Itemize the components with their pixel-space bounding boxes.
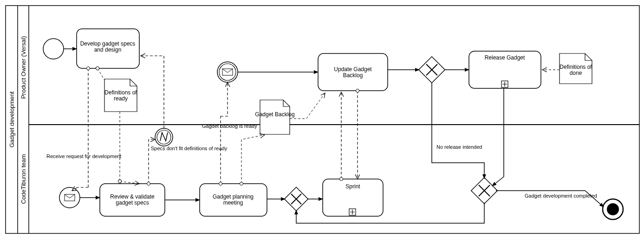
start-event-top xyxy=(43,39,64,59)
task-release-gadget-label: Release Gadget xyxy=(485,54,525,61)
event-specs-dont-fit xyxy=(155,128,173,146)
pool-title: Gadget development xyxy=(8,91,15,147)
label-specs-dont-fit: Specs don't fit definitions of ready xyxy=(151,146,228,151)
gateway-bottom-1 xyxy=(285,187,308,211)
flow-release-to-gw2 xyxy=(492,88,504,186)
event-message-intermediate-top xyxy=(217,62,238,82)
label-dev-completed: Gadget development completed xyxy=(525,193,597,199)
assoc-planning-to-backlogdoc xyxy=(241,135,265,184)
svg-text:Sprint: Sprint xyxy=(345,183,360,190)
svg-text:Gadget Backlog: Gadget Backlog xyxy=(255,111,294,118)
label-receive-request: Receive request for development xyxy=(46,153,121,159)
label-backlog-ready: Gagdet backlog is ready xyxy=(202,123,257,129)
task-develop-specs: Develop gadget specsand design xyxy=(77,29,139,68)
label-no-release: No release intended xyxy=(436,144,482,150)
end-event xyxy=(603,199,623,219)
task-release-gadget: Release Gadget xyxy=(469,51,541,88)
gateway-bottom-2 xyxy=(471,178,498,204)
task-sprint: Sprint xyxy=(323,179,383,216)
bpmn-diagram: Gadget development Product Owner (Versal… xyxy=(0,0,644,239)
doc-definitions-ready: Definitions ofready xyxy=(104,79,137,112)
event-message-start-bottom xyxy=(59,187,80,208)
svg-text:Release Gadget: Release Gadget xyxy=(485,54,525,61)
msgflow-escalation-to-develop xyxy=(141,56,164,128)
gateway-top xyxy=(419,57,445,83)
flow-gwtop-no-release xyxy=(432,82,484,179)
task-update-backlog: Update GadgetBacklog xyxy=(318,53,388,91)
doc-gadget-backlog-label: Gadget Backlog xyxy=(255,111,294,118)
doc-gadget-backlog: Gadget Backlog xyxy=(255,100,294,134)
task-sprint-label: Sprint xyxy=(345,183,360,190)
task-review-specs: Review & validategadget specs xyxy=(100,184,165,216)
doc-definitions-done: Definitions ofdone xyxy=(559,53,592,84)
assoc-develop-to-defready xyxy=(98,68,104,80)
svg-text:Review & validategadget specs: Review & validategadget specs xyxy=(110,193,155,206)
svg-point-28 xyxy=(607,203,619,215)
lane-top-label: Product Owner (Versal) xyxy=(20,36,27,99)
task-planning-meeting: Gadget planningmeeting xyxy=(200,184,267,216)
assoc-backlogdoc-to-update xyxy=(290,93,325,119)
lane-bottom-label: CodeTiburon team xyxy=(20,154,27,204)
